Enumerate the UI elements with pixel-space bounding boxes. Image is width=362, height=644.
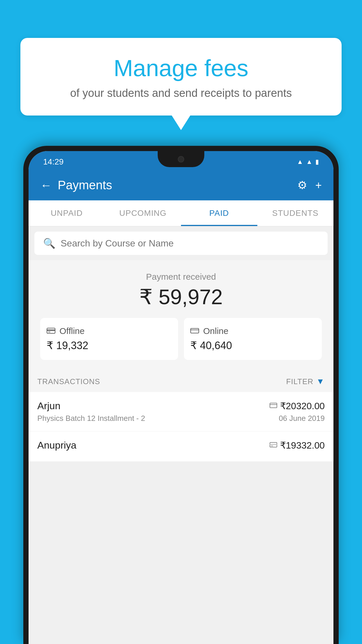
transaction-amount: ₹19332.00	[280, 440, 325, 451]
table-row[interactable]: Anupriya ₹19332.00	[29, 431, 333, 462]
cash-payment-icon	[270, 441, 277, 450]
offline-card-header: Offline	[47, 326, 172, 336]
amount-row: ₹20320.00	[270, 400, 325, 412]
search-bar: 🔍	[34, 232, 328, 255]
transactions-header: TRANSACTIONS FILTER ▼	[29, 369, 333, 392]
svg-rect-8	[270, 444, 277, 445]
online-amount: ₹ 40,640	[190, 340, 315, 352]
svg-rect-2	[48, 332, 50, 332]
card-payment-icon	[270, 401, 277, 410]
payment-summary: Payment received ₹ 59,972 Offline	[29, 260, 333, 369]
svg-rect-5	[270, 403, 277, 408]
tab-unpaid[interactable]: UNPAID	[29, 200, 105, 226]
speech-bubble: Manage fees of your students and send re…	[20, 38, 342, 116]
transaction-top: Arjun ₹20320.00	[37, 400, 325, 412]
online-icon	[190, 326, 199, 336]
transactions-label: TRANSACTIONS	[37, 377, 100, 386]
online-card: Online ₹ 40,640	[184, 318, 322, 360]
amount-row: ₹19332.00	[270, 440, 325, 451]
signal-icon: ▲	[306, 158, 312, 166]
header-icons: ⚙ +	[297, 179, 322, 192]
search-icon: 🔍	[43, 237, 55, 249]
svg-rect-3	[191, 328, 199, 333]
transaction-bottom: Physics Batch 12 Installment - 2 06 June…	[37, 414, 325, 423]
payment-cards: Offline ₹ 19,332 Online	[40, 318, 322, 360]
battery-icon: ▮	[315, 158, 319, 166]
offline-card: Offline ₹ 19,332	[40, 318, 178, 360]
status-icons: ▲ ▲ ▮	[297, 158, 319, 166]
svg-rect-9	[271, 446, 273, 446]
wifi-icon: ▲	[297, 158, 303, 166]
search-inner: 🔍	[43, 237, 319, 249]
tab-paid[interactable]: PAID	[181, 200, 257, 226]
camera	[178, 156, 184, 162]
svg-rect-1	[47, 330, 55, 331]
transaction-list: Arjun ₹20320.00 Physics Batch 12 Install…	[29, 392, 333, 462]
speech-bubble-section: Manage fees of your students and send re…	[20, 38, 342, 116]
online-label: Online	[203, 326, 229, 336]
student-name: Arjun	[37, 400, 60, 412]
page-title: Payments	[58, 178, 291, 192]
payment-received-label: Payment received	[37, 272, 325, 282]
phone-frame: 14:29 ▲ ▲ ▮ ← Payments ⚙ + UNPAID UPCOMI…	[23, 146, 339, 644]
bubble-subtitle: of your students and send receipts to pa…	[35, 87, 327, 99]
offline-amount: ₹ 19,332	[47, 340, 172, 352]
phone-screen: 14:29 ▲ ▲ ▮ ← Payments ⚙ + UNPAID UPCOMI…	[29, 151, 333, 644]
tabs-container: UNPAID UPCOMING PAID STUDENTS	[29, 200, 333, 226]
payment-total: ₹ 59,972	[37, 285, 325, 309]
search-input[interactable]	[61, 238, 319, 249]
filter-icon: ▼	[316, 377, 325, 386]
student-name: Anupriya	[37, 440, 76, 451]
app-header: ← Payments ⚙ +	[29, 170, 333, 200]
offline-label: Offline	[59, 326, 85, 336]
course-info: Physics Batch 12 Installment - 2	[37, 414, 145, 423]
settings-icon[interactable]: ⚙	[297, 179, 307, 192]
filter-button[interactable]: FILTER ▼	[286, 377, 325, 386]
status-time: 14:29	[43, 157, 64, 167]
back-button[interactable]: ←	[40, 179, 52, 192]
add-icon[interactable]: +	[315, 179, 322, 192]
table-row[interactable]: Arjun ₹20320.00 Physics Batch 12 Install…	[29, 392, 333, 431]
tab-students[interactable]: STUDENTS	[257, 200, 334, 226]
transaction-date: 06 June 2019	[279, 414, 325, 423]
offline-icon	[47, 326, 55, 336]
transaction-amount: ₹20320.00	[280, 400, 325, 412]
filter-label: FILTER	[286, 377, 314, 386]
transaction-top: Anupriya ₹19332.00	[37, 440, 325, 451]
phone-notch	[158, 151, 204, 167]
tab-upcoming[interactable]: UPCOMING	[105, 200, 181, 226]
online-card-header: Online	[190, 326, 315, 336]
bubble-title: Manage fees	[35, 55, 327, 81]
